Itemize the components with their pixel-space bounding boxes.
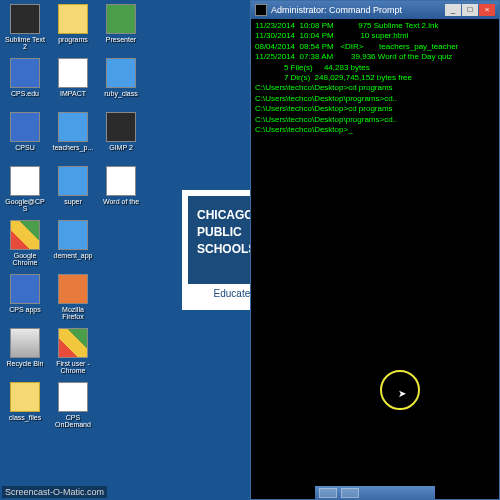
icon-label: CPS apps xyxy=(9,306,41,313)
desktop-icon[interactable]: CPSU xyxy=(2,112,48,164)
icon-label: Sublime Text 2 xyxy=(3,36,47,50)
terminal-line: C:\Users\techco\Desktop\programs>cd.. xyxy=(255,115,495,125)
desktop-icon[interactable]: class_files xyxy=(2,382,48,434)
icon-label: dement_app xyxy=(54,252,93,259)
icon-image xyxy=(58,220,88,250)
maximize-button[interactable]: □ xyxy=(462,4,478,16)
desktop-icons-grid: Sublime Text 2CPS.eduCPSUGoogle@CPSGoogl… xyxy=(2,4,144,474)
desktop-icon[interactable]: teachers_p... xyxy=(50,112,96,164)
icon-label: programs xyxy=(58,36,88,43)
desktop-icon[interactable]: CPS.edu xyxy=(2,58,48,110)
icon-image xyxy=(10,328,40,358)
cmd-icon xyxy=(255,4,267,16)
icon-image xyxy=(106,112,136,142)
terminal-line: 5 File(s) 44,283 bytes xyxy=(255,63,495,73)
icon-image xyxy=(10,112,40,142)
watermark: Screencast-O-Matic.com xyxy=(2,486,107,498)
taskbar-item[interactable] xyxy=(341,488,359,498)
close-button[interactable]: × xyxy=(479,4,495,16)
icon-image xyxy=(106,166,136,196)
taskbar-fragment[interactable] xyxy=(315,486,435,500)
terminal-line: C:\Users\techco\Desktop>cd programs xyxy=(255,104,495,114)
desktop-icon[interactable]: programs xyxy=(50,4,96,56)
command-prompt-window[interactable]: Administrator: Command Prompt _ □ × 11/2… xyxy=(250,0,500,500)
minimize-button[interactable]: _ xyxy=(445,4,461,16)
icon-label: CPSU xyxy=(15,144,34,151)
desktop-icon[interactable]: Sublime Text 2 xyxy=(2,4,48,56)
terminal-line: C:\Users\techco\Desktop\programs>cd.. xyxy=(255,94,495,104)
desktop-icon[interactable]: CPS OnDemand xyxy=(50,382,96,434)
icon-label: Mozilla Firefox xyxy=(51,306,95,320)
icon-image xyxy=(58,4,88,34)
desktop-icon[interactable]: super xyxy=(50,166,96,218)
desktop-icon[interactable]: Word of the xyxy=(98,166,144,218)
icon-image xyxy=(10,166,40,196)
icon-image xyxy=(58,166,88,196)
terminal-line: C:\Users\techco\Desktop>cd programs xyxy=(255,83,495,93)
desktop-icon[interactable]: GIMP 2 xyxy=(98,112,144,164)
icon-image xyxy=(10,58,40,88)
icon-image xyxy=(10,4,40,34)
terminal-output[interactable]: 11/23/2014 10:08 PM 975 Sublime Text 2.l… xyxy=(251,19,499,137)
icon-label: Recycle Bin xyxy=(7,360,44,367)
window-titlebar[interactable]: Administrator: Command Prompt _ □ × xyxy=(251,1,499,19)
icon-label: Google Chrome xyxy=(3,252,47,266)
icon-label: CPS OnDemand xyxy=(51,414,95,428)
desktop-icon[interactable]: IMPACT xyxy=(50,58,96,110)
icon-image xyxy=(58,274,88,304)
icon-image xyxy=(10,220,40,250)
terminal-line: 7 Dir(s) 248,029,745,152 bytes free xyxy=(255,73,495,83)
window-controls: _ □ × xyxy=(445,4,495,16)
desktop-icon[interactable]: First user - Chrome xyxy=(50,328,96,380)
desktop-icon[interactable]: Recycle Bin xyxy=(2,328,48,380)
icon-image xyxy=(58,382,88,412)
icon-image xyxy=(106,4,136,34)
desktop-icon[interactable]: Mozilla Firefox xyxy=(50,274,96,326)
desktop-icon[interactable]: Google@CPS xyxy=(2,166,48,218)
desktop[interactable]: Sublime Text 2CPS.eduCPSUGoogle@CPSGoogl… xyxy=(0,0,500,500)
window-title: Administrator: Command Prompt xyxy=(271,5,445,15)
icon-label: CPS.edu xyxy=(11,90,39,97)
icon-label: class_files xyxy=(9,414,41,421)
taskbar-item[interactable] xyxy=(319,488,337,498)
icon-label: GIMP 2 xyxy=(109,144,133,151)
terminal-line: C:\Users\techco\Desktop>_ xyxy=(255,125,495,135)
terminal-line: 11/30/2014 10:04 PM 10 super.html xyxy=(255,31,495,41)
desktop-icon[interactable]: Google Chrome xyxy=(2,220,48,272)
icon-label: Word of the xyxy=(103,198,139,205)
icon-image xyxy=(10,274,40,304)
icon-label: ruby_class xyxy=(104,90,137,97)
desktop-icon[interactable]: Presenter xyxy=(98,4,144,56)
icon-image xyxy=(58,112,88,142)
icon-label: First user - Chrome xyxy=(51,360,95,374)
icon-label: super xyxy=(64,198,82,205)
icon-label: Google@CPS xyxy=(3,198,47,212)
terminal-line: 08/04/2014 08:54 PM <DIR> teachers_pay_t… xyxy=(255,42,495,52)
icon-label: Presenter xyxy=(106,36,136,43)
terminal-line: 11/23/2014 10:08 PM 975 Sublime Text 2.l… xyxy=(255,21,495,31)
icon-image xyxy=(58,58,88,88)
desktop-icon[interactable]: CPS apps xyxy=(2,274,48,326)
desktop-icon[interactable]: dement_app xyxy=(50,220,96,272)
icon-image xyxy=(58,328,88,358)
desktop-icon[interactable]: ruby_class xyxy=(98,58,144,110)
icon-image xyxy=(10,382,40,412)
icon-image xyxy=(106,58,136,88)
terminal-line: 11/25/2014 07:38 AM 39,936 Word of the D… xyxy=(255,52,495,62)
icon-label: teachers_p... xyxy=(53,144,93,151)
icon-label: IMPACT xyxy=(60,90,86,97)
